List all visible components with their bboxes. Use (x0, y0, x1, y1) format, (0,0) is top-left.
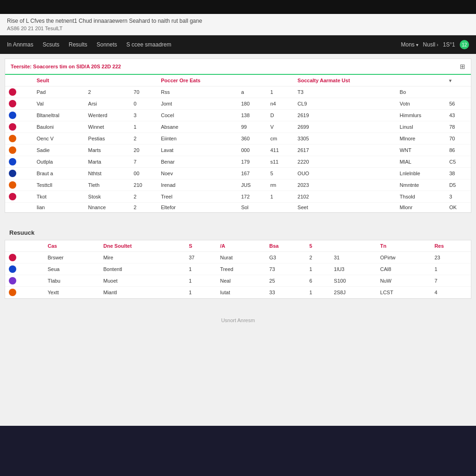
col-c1: Testtcll (33, 179, 85, 191)
col-c6: cm (266, 133, 294, 145)
col-c5: 25 (265, 275, 305, 287)
bottom-panel: Cas Dne Soultet S /A Bsa 5 Tn Res Brswer… (5, 240, 471, 299)
col-c7: 31 (330, 252, 376, 264)
col-c6: n4 (266, 98, 294, 110)
col-c1: Val (33, 98, 85, 110)
nav-temp-item[interactable]: 1S°1 (443, 41, 455, 48)
bottom-table-body: Brswer Mire 37 Nurat G3 2 31 OPirtw 23 S… (5, 252, 471, 298)
col-c5: 180 (238, 98, 267, 110)
col-c1: Bltaneltral (33, 110, 85, 121)
nav-item-scsuts[interactable]: Scsuts (43, 41, 60, 48)
col-c5: JUS (238, 179, 267, 191)
main-content: Teersite: Soacorers tim on SID/A 20S 22D… (0, 54, 476, 426)
col-c3: 37 (185, 252, 216, 264)
col-c6: 1 (266, 191, 294, 203)
grid-icon[interactable]: ⊞ (460, 63, 465, 70)
col-header-c5 (238, 75, 267, 86)
col-c6: 411 (266, 145, 294, 156)
team-logo (9, 170, 16, 177)
col-header-poccer: Poccer Ore Eats (157, 75, 237, 86)
nav-nusll-button[interactable]: Nusll › (423, 41, 438, 48)
col-c1: Tlabu (44, 275, 99, 287)
col-c7: 2617 (294, 145, 396, 156)
col-c5: a (238, 86, 267, 98)
team-logo (9, 88, 16, 96)
nav-item-sccee[interactable]: S ccee smaadrem (126, 41, 172, 48)
user-avatar-icon[interactable]: 12 (460, 40, 469, 49)
table-row: Braut a Nthtst 00 Noev 167 5 OUO Lnlelnb… (5, 168, 471, 179)
bottom-data-table: Cas Dne Soultet S /A Bsa 5 Tn Res Brswer… (5, 240, 471, 298)
col-c1: Sadie (33, 145, 85, 156)
col-c8: Linusl (396, 121, 446, 133)
col-c5: 33 (265, 287, 305, 298)
sort-icon: ▾ (449, 78, 451, 83)
col-c6: 1 (306, 264, 331, 275)
col-c1: Iian (33, 203, 85, 212)
col-c1: Oenc V (33, 133, 85, 145)
nav-item-in-annmas[interactable]: In Annmas (7, 41, 33, 48)
col-c4: Lavat (157, 145, 237, 156)
col-c3: 2 (130, 133, 158, 145)
col-c6: 2 (306, 252, 331, 264)
col-c7: 1lU3 (330, 264, 376, 275)
footer: Usnort Anresm (5, 308, 471, 332)
nav-item-sonnets[interactable]: Sonnets (97, 41, 117, 48)
col-c1: Seua (44, 264, 99, 275)
col-c3: 7 (130, 156, 158, 168)
team-logo (9, 158, 16, 165)
col-c4: Eiinten (157, 133, 237, 145)
col-c3: 2 (130, 191, 158, 203)
col-c6: rm (266, 179, 294, 191)
nav-right: Mons ▾ Nusll › 1S°1 12 (401, 40, 469, 49)
col-c9: C5 (445, 156, 471, 168)
col-c6: s11 (266, 156, 294, 168)
col-c5: 000 (238, 145, 267, 156)
top-data-table: Seult Poccer Ore Eats Soccalty Aarmate U… (5, 75, 471, 212)
bottom-header-row: Cas Dne Soultet S /A Bsa 5 Tn Res (5, 240, 471, 252)
col-c9: 70 (445, 133, 471, 145)
col-c4: Neal (217, 275, 266, 287)
table-row: Iian Nnance 2 Eltefor Sol Seet Mlonr OK (5, 203, 471, 212)
col-c2: 2 (85, 86, 130, 98)
col-c9: 4 (431, 287, 471, 298)
col-c5: 172 (238, 191, 267, 203)
col-c7: 2102 (294, 191, 396, 203)
col-header-bsa: Bsa (265, 240, 305, 252)
team-logo (9, 265, 16, 273)
col-header-res: Res (431, 240, 471, 252)
col-c9: 56 (445, 98, 471, 110)
col-c4: Nurat (217, 252, 266, 264)
team-logo-cell (5, 203, 33, 212)
col-c1: Tkot (33, 191, 85, 203)
nav-mons-button[interactable]: Mons ▾ (401, 41, 418, 48)
col-c7: Seet (294, 203, 396, 212)
table-row: Yextt Miantl 1 Iutat 33 1 2S8J LCST 4 (5, 287, 471, 298)
col-c5: Sol (238, 203, 267, 212)
team-logo-cell (5, 156, 33, 168)
col-header-logo (5, 75, 33, 86)
col-c4: Jomt (157, 98, 237, 110)
col-c1: Outlpla (33, 156, 85, 168)
col-c1: Pad (33, 86, 85, 98)
col-header-sort[interactable]: ▾ (445, 75, 471, 86)
table-row: Bauloni Winnet 1 Absane 99 V 2699 Linusl… (5, 121, 471, 133)
team-logo-cell (5, 264, 44, 275)
col-c5: 179 (238, 156, 267, 168)
team-logo-cell (5, 287, 44, 298)
team-logo (9, 254, 16, 261)
col-c5: 99 (238, 121, 267, 133)
col-c8: LCST (377, 287, 431, 298)
col-c3: 3 (130, 110, 158, 121)
bottom-section-label: Resuuck (5, 222, 471, 240)
nav-item-results[interactable]: Results (69, 41, 87, 48)
nav-bar: In Annmas Scsuts Results Sonnets S ccee … (0, 35, 476, 54)
team-logo-cell (5, 191, 33, 203)
chevron-down-icon: ▾ (416, 42, 418, 47)
col-c3: 1 (130, 121, 158, 133)
col-c8: Nmntnte (396, 179, 446, 191)
col-c8: NuW (377, 275, 431, 287)
col-c3: 00 (130, 168, 158, 179)
col-header-c8 (396, 75, 446, 86)
col-header-soccalty: Soccalty Aarmate Ust (294, 75, 396, 86)
col-c6 (266, 203, 294, 212)
